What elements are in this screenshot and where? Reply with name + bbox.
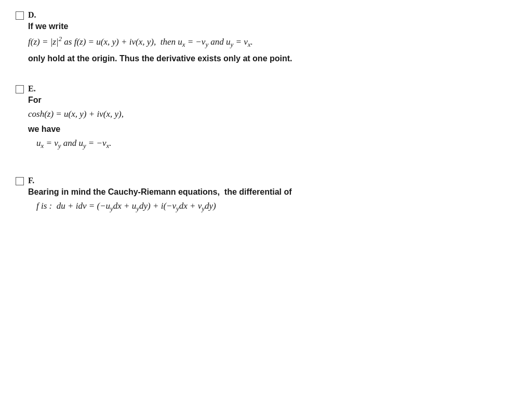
checkbox-E[interactable] bbox=[16, 85, 24, 93]
checkbox-D[interactable] bbox=[16, 11, 24, 20]
option-F: F. Bearing in mind the Cauchy-Riemann eq… bbox=[16, 176, 516, 213]
option-D-conclusion: only hold at the origin. Thus the deriva… bbox=[28, 54, 516, 63]
option-D-letter: D. bbox=[28, 10, 36, 20]
option-E-intro: For bbox=[28, 96, 516, 105]
option-E: E. For cosh(z) = u(x, y) + iv(x, y), we … bbox=[16, 84, 516, 150]
option-D-header: D. bbox=[16, 10, 516, 20]
option-E-math-main: cosh(z) = u(x, y) + iv(x, y), bbox=[28, 109, 516, 119]
option-F-letter: F. bbox=[28, 176, 34, 185]
option-E-math-sub: ux = vy and uy = −vx. bbox=[36, 138, 516, 150]
option-D-math: f(z) = |z|2 as f(z) = u(x, y) + iv(x, y)… bbox=[28, 35, 516, 49]
option-E-header: E. bbox=[16, 84, 516, 93]
option-E-we-have: we have bbox=[28, 125, 516, 134]
option-D-intro: If we write bbox=[28, 22, 516, 31]
option-F-header: F. bbox=[16, 176, 516, 185]
option-E-letter: E. bbox=[28, 84, 36, 93]
option-F-intro: Bearing in mind the Cauchy-Riemann equat… bbox=[28, 187, 516, 197]
option-D: D. If we write f(z) = |z|2 as f(z) = u(x… bbox=[16, 10, 516, 63]
checkbox-F[interactable] bbox=[16, 177, 24, 185]
option-F-math: f is : du + idv = (−uydx + uydy) + i(−vy… bbox=[36, 201, 516, 213]
